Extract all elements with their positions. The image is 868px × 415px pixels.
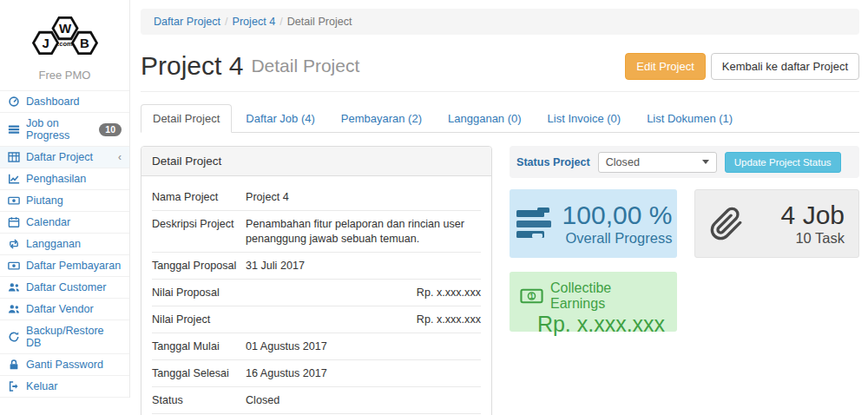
status-project-select[interactable]: Closed [598, 152, 717, 173]
detail-row-tanggal-proposal: Tanggal Proposal 31 Juli 2017 [152, 252, 481, 279]
dashboard-icon [8, 96, 20, 108]
update-project-status-button[interactable]: Update Project Status [725, 152, 841, 173]
brand-name: Free PMO [0, 69, 129, 82]
earnings-label: Collectibe Earnings [550, 280, 667, 312]
page-title: Project 4 [141, 51, 243, 81]
right-column: Status Project Closed Update Project Sta… [510, 146, 859, 415]
users-icon [8, 281, 20, 293]
breadcrumb-project-4[interactable]: Project 4 [233, 16, 276, 28]
lock-icon [8, 359, 20, 371]
breadcrumb: Daftar Project/Project 4/Detail Project [141, 9, 859, 35]
job-count-badge: 10 [99, 123, 122, 136]
tab-langganan[interactable]: Langganan (0) [436, 104, 534, 133]
panel-title: Detail Project [141, 147, 491, 176]
sidebar-item-daftar-pembayaran[interactable]: Daftar Pembayaran [0, 255, 129, 277]
collectible-earnings-card: 1 Collectibe Earnings Rp. x.xxx.xxx [510, 272, 677, 332]
edit-project-button[interactable]: Edit Project [625, 53, 705, 80]
overall-progress-label: Overall Progress [562, 229, 673, 247]
money-bill-icon: 1 [520, 288, 543, 304]
earnings-value: Rp. x.xxx.xxx [520, 312, 667, 336]
overall-progress-value: 100,00 % [562, 201, 673, 229]
sidebar-item-daftar-customer[interactable]: Daftar Customer [0, 277, 129, 299]
sidebar-item-daftar-vendor[interactable]: Daftar Vendor [0, 299, 129, 320]
tab-list-invoice[interactable]: List Invoice (0) [536, 104, 634, 133]
tab-daftar-job[interactable]: Daftar Job (4) [233, 104, 326, 133]
jobs-count: 4 Job [781, 201, 845, 229]
calendar-icon [8, 216, 20, 228]
tab-bar: Detail Project Daftar Job (4) Pembayaran… [141, 104, 859, 133]
status-project-bar: Status Project Closed Update Project Sta… [510, 146, 859, 178]
sidebar-item-calendar[interactable]: Calendar [0, 212, 129, 234]
chevron-left-icon: ‹ [118, 153, 122, 161]
brand-logo: J W B .com Free PMO [0, 0, 129, 90]
refresh-icon [8, 331, 20, 343]
sidebar-item-penghasilan[interactable]: Penghasilan [0, 168, 129, 190]
detail-row-deskripsi-project: Deskripsi Project Penambahan fitur pelap… [152, 210, 481, 252]
status-project-label: Status Project [516, 156, 590, 168]
breadcrumb-daftar-project[interactable]: Daftar Project [154, 16, 220, 28]
sidebar: J W B .com Free PMO Dashboard Job on Pro… [0, 0, 130, 398]
sidebar-item-backup-restore-db[interactable]: Backup/Restore DB [0, 320, 129, 354]
detail-row-nilai-proposal: Nilai Proposal Rp. x.xxx.xxx [152, 279, 481, 306]
svg-text:.com: .com [57, 40, 73, 48]
sidebar-item-keluar[interactable]: Keluar [0, 376, 129, 398]
app-window: J W B .com Free PMO Dashboard Job on Pro… [0, 0, 868, 415]
money-icon [8, 194, 20, 207]
tasks-count: 10 Task [781, 229, 845, 247]
repeat-icon [8, 238, 20, 250]
svg-text:W: W [58, 21, 71, 36]
detail-row-tanggal-mulai: Tanggal Mulai 01 Agustus 2017 [152, 333, 481, 359]
users-icon [8, 303, 20, 315]
tab-list-dokumen[interactable]: List Dokumen (1) [635, 104, 745, 133]
detail-row-nilai-project: Nilai Project Rp. x.xxx.xxx [152, 306, 481, 333]
money-icon [8, 260, 20, 272]
back-to-project-list-button[interactable]: Kembali ke daftar Project [711, 53, 859, 80]
detail-row-tanggal-selesai: Tanggal Selesai 16 Agustus 2017 [152, 359, 481, 386]
svg-text:B: B [80, 36, 89, 50]
detail-row-status: Status Closed [152, 386, 481, 413]
sidebar-item-ganti-password[interactable]: Ganti Password [0, 354, 129, 376]
main-content: Daftar Project/Project 4/Detail Project … [130, 0, 868, 415]
select-arrow-icon [702, 160, 709, 164]
tab-pembayaran[interactable]: Pembayaran (2) [329, 104, 434, 133]
overall-progress-card: 100,00 % Overall Progress [510, 189, 677, 258]
page-header: Project 4 Detail Project Edit Project Ke… [141, 46, 859, 92]
tasks-icon [515, 207, 553, 241]
paperclip-icon [709, 206, 744, 242]
page-subtitle: Detail Project [251, 56, 359, 76]
sign-out-icon [8, 380, 20, 392]
line-chart-icon [8, 173, 20, 185]
sidebar-item-piutang[interactable]: Piutang [0, 190, 129, 212]
sidebar-item-dashboard[interactable]: Dashboard [0, 91, 129, 113]
tab-detail-project[interactable]: Detail Project [141, 104, 232, 133]
breadcrumb-current: Detail Project [287, 16, 352, 28]
bars-icon [8, 123, 20, 135]
sidebar-nav: Dashboard Job on Progress 10 Daftar Proj… [0, 90, 129, 398]
detail-project-panel: Detail Project Nama Project Project 4 De… [141, 146, 492, 415]
sidebar-item-langganan[interactable]: Langganan [0, 234, 129, 255]
sidebar-item-daftar-project[interactable]: Daftar Project ‹ [0, 147, 129, 168]
jobs-card: 4 Job 10 Task [694, 189, 859, 258]
table-icon [8, 151, 20, 163]
svg-text:J: J [42, 36, 49, 50]
svg-text:1: 1 [529, 293, 534, 300]
sidebar-item-job-on-progress[interactable]: Job on Progress 10 [0, 113, 129, 147]
detail-row-nama-project: Nama Project Project 4 [152, 184, 481, 210]
jwb-logo-icon: J W B .com [23, 10, 107, 61]
